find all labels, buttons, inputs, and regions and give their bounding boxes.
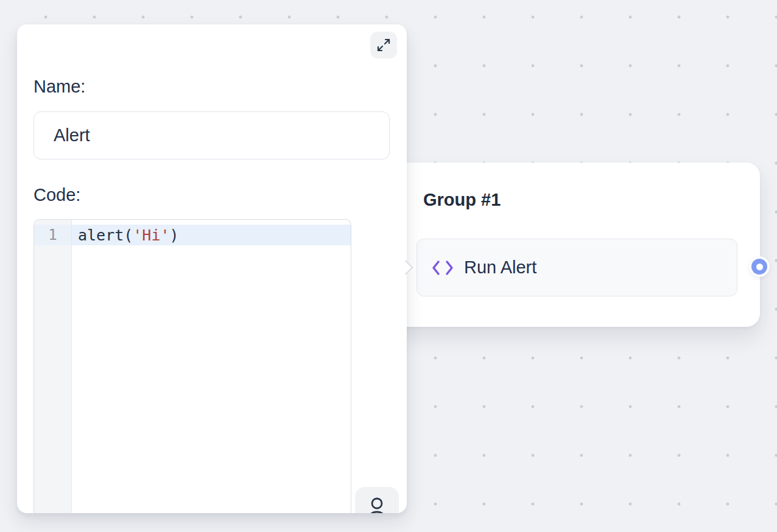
- code-icon: [432, 260, 454, 276]
- name-label: Name:: [33, 75, 85, 99]
- group-card: Group #1 Run Alert: [390, 163, 760, 327]
- connector-halo: [749, 256, 770, 277]
- person-icon: [355, 487, 399, 513]
- group-title: Group #1: [423, 189, 501, 211]
- expand-icon: [376, 38, 391, 52]
- name-input[interactable]: [33, 111, 390, 159]
- code-label: Code:: [33, 184, 80, 207]
- code-token: ): [170, 226, 179, 244]
- node-editor-panel: Name: Code: 1 alert('Hi'): [17, 24, 407, 513]
- user-button[interactable]: [355, 487, 399, 513]
- editor-gutter: 1: [34, 220, 72, 513]
- output-connector[interactable]: [751, 259, 767, 275]
- code-token: alert(: [78, 226, 133, 244]
- code-token-string: 'Hi': [133, 226, 169, 244]
- line-number: 1: [34, 225, 71, 245]
- code-line: alert('Hi'): [72, 225, 351, 245]
- node-label: Run Alert: [464, 257, 536, 278]
- flow-canvas[interactable]: Group #1 Run Alert: [0, 0, 777, 532]
- expand-button[interactable]: [370, 32, 397, 58]
- code-editor[interactable]: 1 alert('Hi'): [33, 219, 351, 513]
- editor-content[interactable]: alert('Hi'): [72, 220, 351, 513]
- node-run-alert[interactable]: Run Alert: [417, 239, 737, 296]
